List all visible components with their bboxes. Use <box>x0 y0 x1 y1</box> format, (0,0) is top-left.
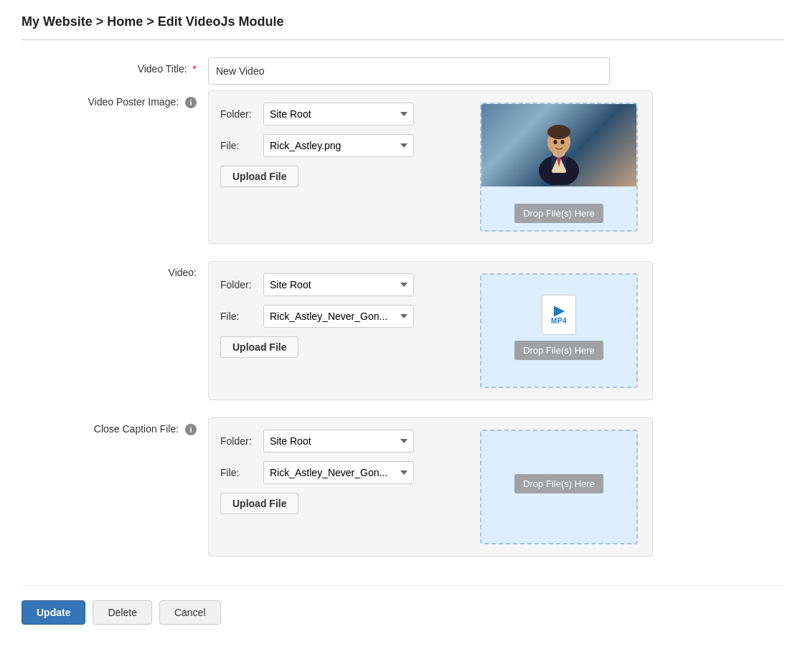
file-label-3: File: <box>220 467 263 478</box>
svg-point-7 <box>554 140 557 144</box>
delete-button[interactable]: Delete <box>93 600 151 625</box>
caption-file-select[interactable]: Rick_Astley_Never_Gon... <box>263 461 414 484</box>
video-drop-zone[interactable]: ▶ MP4 Drop File(s) Here <box>480 273 638 388</box>
video-poster-label: Video Poster Image: i <box>22 90 208 108</box>
video-title-label: Video Title: * <box>22 57 208 75</box>
mp4-file-icon: ▶ MP4 <box>542 295 576 335</box>
file-label-2: File: <box>220 311 263 322</box>
video-upload-button[interactable]: Upload File <box>220 336 298 358</box>
poster-person-svg <box>530 106 588 185</box>
poster-preview <box>481 104 636 186</box>
video-controls: Folder: Site Root File: Rick_Astley_Neve… <box>220 273 469 358</box>
caption-content: Folder: Site Root File: Rick_Astley_Neve… <box>208 417 783 568</box>
cancel-button[interactable]: Cancel <box>159 600 221 625</box>
video-file-row: File: Rick_Astley_Never_Gon... <box>220 305 469 328</box>
required-star: * <box>193 63 197 75</box>
file-label-1: File: <box>220 140 263 151</box>
video-poster-folder-row: Folder: Site Root <box>220 103 469 126</box>
caption-file-row: File: Rick_Astley_Never_Gon... <box>220 461 469 484</box>
mp4-play-icon: ▶ <box>554 304 564 317</box>
bottom-bar: Update Delete Cancel <box>22 585 783 625</box>
video-panel: Folder: Site Root File: Rick_Astley_Neve… <box>208 261 653 400</box>
caption-controls: Folder: Site Root File: Rick_Astley_Neve… <box>220 430 469 514</box>
video-poster-info-icon[interactable]: i <box>185 97 197 108</box>
folder-label-2: Folder: <box>220 279 263 290</box>
video-folder-row: Folder: Site Root <box>220 273 469 296</box>
video-poster-panel: Folder: Site Root File: Rick_Astley.png … <box>208 90 653 244</box>
caption-panel: Folder: Site Root File: Rick_Astley_Neve… <box>208 417 653 557</box>
caption-folder-select[interactable]: Site Root <box>263 430 414 453</box>
mp4-label: MP4 <box>551 317 567 325</box>
caption-folder-row: Folder: Site Root <box>220 430 469 453</box>
video-poster-file-row: File: Rick_Astley.png <box>220 134 469 157</box>
video-poster-controls: Folder: Site Root File: Rick_Astley.png … <box>220 103 469 187</box>
breadcrumb: My Website > Home > Edit VideoJs Module <box>22 14 783 40</box>
caption-label: Close Caption File: i <box>22 417 208 435</box>
video-poster-content: Folder: Site Root File: Rick_Astley.png … <box>208 90 783 255</box>
video-label: Video: <box>22 261 208 278</box>
caption-upload-button[interactable]: Upload File <box>220 493 298 514</box>
caption-info-icon[interactable]: i <box>185 424 197 435</box>
video-poster-upload-button[interactable]: Upload File <box>220 166 298 187</box>
video-drop-label: Drop File(s) Here <box>514 341 603 360</box>
video-title-content <box>208 57 783 85</box>
video-file-select[interactable]: Rick_Astley_Never_Gon... <box>263 305 414 328</box>
folder-label-1: Folder: <box>220 108 263 120</box>
update-button[interactable]: Update <box>22 600 85 625</box>
video-content: Folder: Site Root File: Rick_Astley_Neve… <box>208 261 783 412</box>
svg-rect-9 <box>555 152 562 156</box>
video-folder-select[interactable]: Site Root <box>263 273 414 296</box>
caption-drop-zone[interactable]: Drop File(s) Here <box>480 430 638 544</box>
video-poster-folder-select[interactable]: Site Root <box>263 103 414 126</box>
video-poster-drop-label: Drop File(s) Here <box>514 204 603 223</box>
svg-point-8 <box>561 140 565 144</box>
caption-drop-label: Drop File(s) Here <box>514 474 603 493</box>
video-poster-drop-zone[interactable]: Drop File(s) Here <box>480 103 638 232</box>
video-poster-file-select[interactable]: Rick_Astley.png <box>263 134 414 157</box>
folder-label-3: Folder: <box>220 435 263 447</box>
video-title-input[interactable] <box>208 57 610 85</box>
svg-point-6 <box>547 125 570 139</box>
